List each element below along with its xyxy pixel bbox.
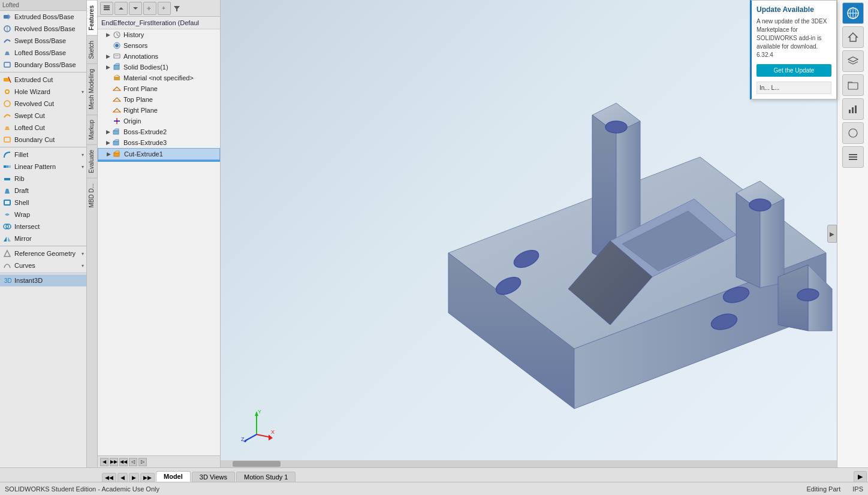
draft-btn[interactable]: Draft (0, 185, 86, 197)
svg-rect-40 (114, 65, 119, 70)
document-header: EndEffector_FirstIteration (Defaul (98, 17, 220, 29)
svg-text:X: X (271, 429, 275, 435)
svg-rect-95 (848, 83, 858, 89)
tab-scroll-end[interactable]: ▶▶ (140, 473, 155, 482)
tree-item-annotations[interactable]: ▶ Annotations (98, 51, 220, 62)
linear-pattern-btn[interactable]: Linear Pattern ▾ (0, 161, 86, 173)
svg-marker-91 (849, 33, 857, 41)
fillet-btn[interactable]: Fillet ▾ (0, 149, 86, 161)
annotations-icon (112, 52, 122, 61)
tree-item-sensors[interactable]: Sensors (98, 40, 220, 51)
curves-icon (2, 261, 12, 270)
evaluate-tab[interactable]: Evaluate (87, 144, 97, 178)
tree-item-top-plane[interactable]: Top Plane (98, 94, 220, 105)
boundary-boss-icon (2, 60, 12, 70)
svg-text:+: + (162, 5, 165, 11)
tree-item-right-plane[interactable]: Right Plane (98, 105, 220, 116)
home-icon[interactable] (842, 26, 864, 48)
sketch-tab[interactable]: Sketch (87, 35, 97, 64)
svg-rect-26 (104, 7, 110, 8)
boundary-boss-btn[interactable]: Boundary Boss/Base (0, 59, 86, 71)
revolved-boss-btn[interactable]: Revolved Boss/Base (0, 23, 86, 35)
nav-next-btn[interactable]: ▶▶ (110, 458, 118, 466)
hole-wizard-btn[interactable]: Hole Wizard ▾ (0, 86, 86, 98)
ft-add-btn[interactable]: + (158, 2, 171, 15)
nav-scroll-next-btn[interactable]: ▷ (138, 458, 147, 466)
get-update-button[interactable]: Get the Update (757, 64, 831, 77)
tree-item-cut-extrude1[interactable]: ▶ Cut-Extrude1 (98, 148, 220, 160)
status-bar-right: Editing Part IPS (806, 485, 863, 493)
svg-marker-29 (133, 7, 138, 10)
mbd-tab[interactable]: MBD D... (87, 178, 97, 213)
tab-scroll-next[interactable]: ▶ (129, 473, 139, 482)
nav-prev-btn[interactable]: ◀ (100, 458, 108, 466)
intersect-btn[interactable]: Intersect (0, 221, 86, 233)
tab-3d-scroll-left[interactable]: ◀◀ (102, 473, 116, 482)
sensors-icon (112, 41, 122, 50)
curves-arrow: ▾ (82, 263, 84, 268)
update-panel: Update Available A new update of the 3DE… (750, 0, 837, 99)
viewport-horizontal-scrollbar[interactable] (221, 460, 837, 467)
rib-btn[interactable]: Rib (0, 173, 86, 185)
viewport-scrollbar-thumb[interactable] (233, 461, 281, 467)
ft-expand-btn[interactable] (129, 2, 142, 15)
reference-geometry-btn[interactable]: Reference Geometry ▾ (0, 248, 86, 259)
extruded-boss-icon (2, 12, 12, 22)
curves-btn[interactable]: Curves ▾ (0, 259, 86, 271)
3d-viewport[interactable]: Y X Z ▶ (221, 0, 837, 467)
globe-icon[interactable] (842, 122, 864, 144)
mirror-btn[interactable]: Mirror (0, 233, 86, 245)
update-notification-icon[interactable] (842, 2, 864, 24)
svg-text:3D: 3D (4, 277, 11, 284)
features-tab[interactable]: Features (87, 0, 97, 35)
layers-icon[interactable] (842, 50, 864, 72)
tab-scroll-right[interactable]: ▶ (854, 471, 867, 482)
lofted-cut-btn[interactable]: Lofted Cut (0, 122, 86, 134)
viewport-collapse-arrow[interactable]: ▶ (827, 225, 837, 243)
extruded-boss-btn[interactable]: Extruded Boss/Base (0, 11, 86, 23)
mesh-modeling-tab[interactable]: Mesh Modeling (87, 64, 97, 114)
ft-list-view-btn[interactable] (100, 2, 113, 15)
svg-rect-52 (113, 141, 119, 145)
motion-study-tab[interactable]: Motion Study 1 (236, 472, 296, 482)
ft-filter-icon[interactable] (172, 4, 182, 13)
tree-item-material[interactable]: Material <not specified> (98, 73, 220, 83)
svg-rect-100 (849, 154, 857, 155)
folder-icon[interactable] (842, 74, 864, 96)
tree-item-history[interactable]: ▶ History (98, 29, 220, 40)
swept-cut-btn[interactable]: Swept Cut (0, 110, 86, 122)
shell-icon (2, 198, 12, 207)
tree-item-origin[interactable]: Origin (98, 116, 220, 126)
boss-extrude3-icon (112, 138, 122, 147)
nav-scroll-prev-btn[interactable]: ◁ (129, 458, 137, 466)
update-input-area: In... L... (757, 82, 831, 94)
tab-scroll-prev[interactable]: ◀ (117, 473, 128, 482)
ft-collapse-btn[interactable] (114, 2, 128, 15)
chart-icon[interactable] (842, 98, 864, 120)
nav-end-btn[interactable]: ◀◀ (119, 458, 128, 466)
ft-move-btn[interactable]: ✛ (143, 2, 156, 15)
markup-tab[interactable]: Markup (87, 114, 97, 144)
tree-item-boss-extrude2[interactable]: ▶ Boss-Extrude2 (98, 126, 220, 137)
shell-btn[interactable]: Shell (0, 197, 86, 209)
extruded-cut-btn[interactable]: Extruded Cut (0, 74, 86, 86)
lofted-boss-btn[interactable]: Lofted Boss/Base (0, 47, 86, 59)
model-tab[interactable]: Model (156, 471, 191, 482)
side-tabs-panel: Features Sketch Mesh Modeling Markup Eva… (87, 0, 98, 467)
swept-boss-btn[interactable]: Swept Boss/Base (0, 35, 86, 47)
annotations-expand-arrow: ▶ (106, 53, 112, 59)
tree-item-front-plane[interactable]: Front Plane (98, 83, 220, 94)
lofted-cut-icon (2, 123, 12, 132)
boundary-cut-btn[interactable]: Boundary Cut (0, 134, 86, 146)
3d-views-tab[interactable]: 3D Views (192, 472, 235, 482)
instant3d-btn[interactable]: 3D Instant3D (0, 274, 86, 286)
revolved-cut-btn[interactable]: Revolved Cut (0, 98, 86, 110)
tree-item-solid-bodies[interactable]: ▶ Solid Bodies(1) (98, 62, 220, 73)
settings-icon[interactable] (842, 146, 864, 168)
status-bar: SOLIDWORKS Student Edition - Academic Us… (0, 482, 868, 495)
extruded-cut-icon (2, 75, 12, 84)
svg-marker-82 (269, 434, 273, 440)
tree-item-boss-extrude3[interactable]: ▶ Boss-Extrude3 (98, 137, 220, 148)
wrap-btn[interactable]: Wrap (0, 209, 86, 221)
svg-rect-101 (849, 156, 857, 158)
